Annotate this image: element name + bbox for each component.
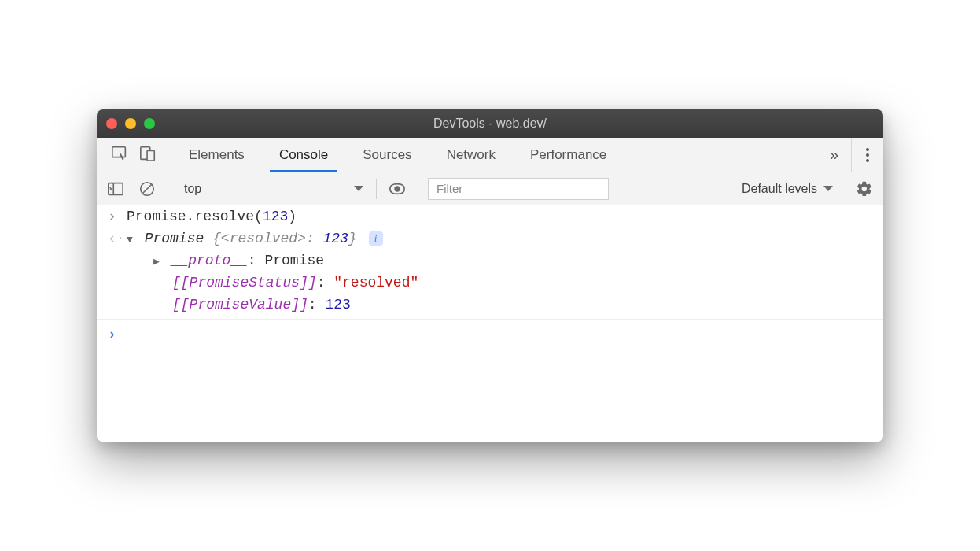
divider [418, 179, 418, 199]
tab-elements[interactable]: Elements [171, 138, 262, 172]
context-label: top [184, 182, 201, 196]
output-chevron-icon: ‹· [108, 231, 127, 246]
window-controls [106, 118, 155, 129]
tab-performance[interactable]: Performance [513, 138, 624, 172]
toggle-device-icon[interactable] [139, 145, 157, 165]
promise-value-property: [[PromiseValue]]: 123 [127, 297, 872, 312]
svg-rect-0 [112, 146, 126, 157]
proto-value: Promise [264, 253, 324, 268]
disclosure-triangle-open-icon[interactable]: ▼ [127, 234, 133, 246]
svg-rect-2 [147, 150, 154, 161]
object-state-mid: >: [297, 231, 322, 246]
promise-status-property: [[PromiseStatus]]: "resolved" [127, 275, 872, 290]
panels-tab-bar: Elements Console Sources Network Perform… [97, 138, 883, 172]
tab-console[interactable]: Console [262, 138, 345, 172]
info-icon[interactable]: i [369, 231, 383, 246]
object-class-name: Promise [145, 231, 204, 246]
object-property-row: [[PromiseStatus]]: "resolved" [97, 272, 883, 294]
device-toolbar-group [97, 138, 171, 172]
window-title: DevTools - web.dev/ [433, 116, 547, 131]
panel-tabs: Elements Console Sources Network Perform… [171, 138, 817, 172]
code-text: Promise.resolve( [127, 209, 263, 224]
internal-slot-key: [[PromiseStatus]] [172, 275, 317, 290]
code-number: 123 [263, 209, 288, 224]
console-settings-button[interactable] [853, 178, 875, 200]
internal-slot-value: "resolved" [333, 275, 418, 290]
divider [376, 179, 377, 199]
proto-key: __proto__ [171, 253, 248, 268]
minimize-window-button[interactable] [125, 118, 136, 129]
tab-sources[interactable]: Sources [345, 138, 429, 172]
code-text: ) [288, 209, 297, 224]
object-state-close: } [348, 231, 357, 246]
settings-menu-button[interactable] [851, 138, 883, 172]
kebab-icon [866, 148, 869, 162]
console-result-row: ‹· ▼ Promise {<resolved>: 123} i [97, 227, 883, 250]
console-toolbar: top Default levels [97, 172, 883, 205]
proto-property[interactable]: ▶ __proto__: Promise [127, 253, 872, 268]
input-chevron-icon: › [108, 209, 127, 224]
inspect-element-icon[interactable] [111, 145, 128, 165]
levels-label: Default levels [742, 182, 817, 196]
console-input-row: › Promise.resolve(123) [97, 205, 883, 227]
live-expression-button[interactable] [386, 178, 408, 200]
toggle-console-sidebar-button[interactable] [105, 178, 127, 200]
console-prompt-row[interactable]: › [97, 320, 883, 346]
svg-line-6 [143, 184, 152, 193]
filter-input[interactable] [428, 178, 609, 200]
internal-slot-key: [[PromiseValue]] [172, 297, 308, 312]
object-property-row: ▶ __proto__: Promise [97, 250, 883, 272]
devtools-window: DevTools - web.dev/ Elements Console Sou… [97, 109, 883, 442]
object-preview[interactable]: ▼ Promise {<resolved>: 123} i [127, 231, 872, 246]
titlebar: DevTools - web.dev/ [97, 109, 883, 138]
internal-slot-value: 123 [325, 297, 350, 312]
chevron-down-icon [354, 186, 363, 191]
tab-network[interactable]: Network [429, 138, 513, 172]
divider [168, 179, 168, 199]
object-state-value: 123 [323, 231, 348, 246]
object-state-word: resolved [230, 231, 297, 246]
prompt-chevron-icon: › [108, 327, 127, 342]
disclosure-triangle-closed-icon[interactable]: ▶ [153, 255, 160, 268]
more-tabs-button[interactable]: » [817, 138, 851, 172]
execution-context-select[interactable]: top [178, 182, 367, 196]
chevron-down-icon [823, 186, 833, 191]
maximize-window-button[interactable] [144, 118, 155, 129]
svg-point-7 [394, 186, 400, 191]
object-state-open: {< [212, 231, 230, 246]
console-output: › Promise.resolve(123) ‹· ▼ Promise {<re… [97, 205, 883, 442]
close-window-button[interactable] [106, 118, 117, 129]
clear-console-button[interactable] [136, 178, 158, 200]
object-property-row: [[PromiseValue]]: 123 [97, 294, 883, 320]
log-levels-select[interactable]: Default levels [742, 182, 833, 196]
console-input-line[interactable]: Promise.resolve(123) [127, 209, 872, 224]
